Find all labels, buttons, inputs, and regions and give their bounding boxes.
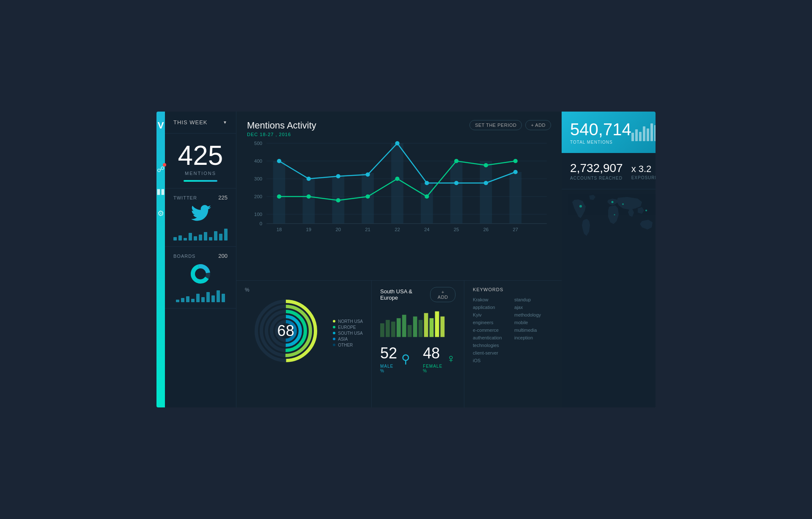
boards-donut-icon (173, 263, 228, 286)
keyword[interactable]: client-server (473, 350, 512, 355)
svg-rect-19 (391, 143, 403, 224)
keywords-grid: Krakow standup application ajax Kyiv met… (473, 297, 553, 363)
svg-point-25 (307, 177, 311, 181)
svg-rect-15 (273, 161, 285, 224)
svg-text:200: 200 (254, 194, 262, 199)
svg-rect-64 (397, 318, 401, 337)
keywords-title: KEYWORDS (473, 287, 553, 292)
keyword[interactable]: e-commerce (473, 328, 512, 333)
svg-point-34 (307, 194, 311, 199)
stats-section: 2,732,907 ACCOUNTS REACHED x 3.2 EXPOSUR… (562, 153, 656, 189)
chart-section: Mentions Activity DEC 18-27 , 2016 SET T… (236, 112, 562, 281)
svg-point-32 (513, 170, 518, 174)
donut-number: 68 (277, 322, 294, 340)
donut-section: % (236, 281, 372, 407)
female-icon: ♀ (447, 352, 455, 366)
svg-rect-61 (380, 323, 384, 337)
svg-point-76 (622, 203, 624, 205)
legend-item: EUROPE (338, 325, 356, 330)
svg-point-28 (395, 141, 399, 145)
keyword (514, 350, 553, 355)
svg-text:22: 22 (395, 227, 400, 232)
add-button[interactable]: + ADD (525, 120, 551, 130)
chart-title: Mentions Activity (247, 120, 316, 131)
svg-text:24: 24 (424, 227, 430, 232)
svg-text:100: 100 (254, 212, 262, 217)
male-percent: 52 (380, 344, 397, 362)
donut-chart: 68 (252, 297, 320, 365)
legend-item: ASIA (338, 337, 348, 341)
keyword[interactable]: authentication (473, 335, 512, 340)
svg-text:26: 26 (483, 227, 489, 232)
keyword[interactable]: engineers (473, 320, 512, 325)
set-period-button[interactable]: SET THE PERIOD (469, 120, 522, 130)
boards-bars (173, 290, 228, 302)
total-mentions-number: 540,714 (570, 120, 631, 139)
svg-point-35 (336, 198, 340, 202)
svg-text:25: 25 (454, 227, 459, 232)
svg-rect-68 (419, 320, 423, 337)
keyword[interactable]: inception (514, 335, 553, 340)
keyword[interactable]: methodology (514, 312, 553, 317)
svg-point-33 (277, 194, 281, 199)
legend-item: NORTH USA (338, 319, 363, 324)
chart-date: DEC 18-27 , 2016 (247, 132, 316, 137)
mentions-bar (184, 180, 217, 182)
svg-point-40 (484, 163, 488, 167)
world-map (568, 194, 656, 249)
svg-rect-63 (391, 322, 395, 337)
svg-text:300: 300 (254, 176, 262, 181)
exposure-label: EXPOSURE (631, 175, 656, 180)
accounts-reached-number: 2,732,907 (570, 161, 623, 175)
twitter-bird-icon (190, 205, 211, 223)
keyword[interactable]: ajax (514, 305, 553, 310)
svg-point-26 (336, 174, 340, 178)
svg-text:27: 27 (513, 227, 518, 232)
twitter-section: TWITTER 225 (165, 188, 236, 247)
svg-rect-16 (302, 179, 315, 224)
main-content: Mentions Activity DEC 18-27 , 2016 SET T… (236, 112, 562, 407)
svg-point-77 (645, 210, 647, 211)
svg-rect-69 (424, 313, 428, 337)
svg-rect-71 (435, 311, 439, 337)
exposure-value: x 3.2 (631, 164, 656, 175)
twitter-count: 225 (218, 194, 228, 201)
svg-text:400: 400 (254, 158, 262, 164)
svg-point-27 (365, 172, 370, 177)
boards-section: BOARDS 200 (165, 247, 236, 309)
svg-rect-66 (408, 325, 412, 337)
right-panel: 540,714 TOTAL MENTIONS (562, 112, 656, 407)
svg-rect-65 (402, 315, 406, 337)
accounts-reached-label: ACCOUNTS REACHED (570, 176, 623, 180)
svg-point-38 (425, 194, 429, 199)
svg-point-41 (513, 159, 518, 163)
svg-point-75 (612, 201, 614, 203)
barchart-icon[interactable]: ▮▮ (156, 187, 165, 196)
donut-legend: NORTH USA EUROPE SOUTH USA ASIA OTHER (333, 318, 363, 349)
keyword[interactable]: standup (514, 297, 553, 302)
svg-rect-22 (480, 161, 492, 224)
svg-rect-21 (450, 161, 463, 224)
svg-rect-70 (430, 318, 434, 337)
period-selector[interactable]: THIS WEEK ▼ (165, 112, 236, 134)
keyword[interactable]: Kyiv (473, 312, 512, 317)
chat-icon[interactable]: ☍ (157, 165, 165, 174)
dropdown-arrow-icon: ▼ (223, 120, 228, 125)
keyword[interactable]: technologies (473, 343, 512, 348)
mentions-chart: 500 400 300 200 100 0 (247, 139, 551, 232)
keyword[interactable]: application (473, 305, 512, 310)
gender-add-button[interactable]: + ADD (430, 287, 455, 302)
keyword[interactable]: Krakow (473, 297, 512, 302)
keyword[interactable]: iOS (473, 358, 512, 363)
mentions-number: 425 (173, 142, 228, 169)
svg-point-36 (365, 194, 370, 199)
gender-bars-chart (380, 306, 455, 340)
keyword[interactable]: mobile (514, 320, 553, 325)
svg-point-30 (454, 181, 458, 185)
keyword[interactable]: multimedia (514, 328, 553, 333)
svg-point-29 (425, 181, 429, 185)
settings-icon[interactable]: ⚙ (157, 209, 164, 218)
svg-rect-62 (386, 320, 390, 337)
male-stat: 52 MALE % ⚲ (380, 344, 410, 373)
female-stat: 48 FEMALE % ♀ (423, 344, 455, 373)
